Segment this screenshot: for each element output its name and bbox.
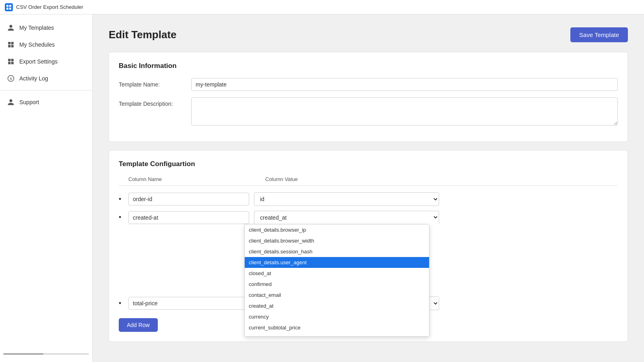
col-value-select-1[interactable]: created_at [254,211,439,224]
person-icon-support [6,98,15,107]
sidebar-divider [0,90,92,90]
dropdown-item-8[interactable]: currency [245,311,429,322]
save-template-button[interactable]: Save Template [570,27,628,42]
col-name-header: Column Name [128,176,265,182]
dropdown-item-10[interactable]: current_subtotal_price_set.shop_money.am… [245,333,429,337]
sidebar-item-my-schedules[interactable]: My Schedules [0,36,92,53]
sidebar-scrollbar[interactable] [3,353,89,355]
page-title: Edit Template [109,29,177,41]
app-icon [5,3,13,11]
svg-text:$: $ [10,77,12,81]
template-config-title: Template Configuartion [119,160,618,168]
sidebar-item-my-templates-label: My Templates [19,25,54,31]
dropdown-item-9[interactable]: current_subtotal_price [245,322,429,333]
main-content: Edit Template Save Template Basic Inform… [93,14,644,362]
bullet-2: • [119,299,124,308]
sidebar-item-activity-log[interactable]: $ Activity Log [0,70,92,87]
col-name-input-0[interactable] [128,193,249,206]
template-name-row: Template Name: [119,78,618,91]
person-icon [6,23,15,32]
basic-info-title: Basic Information [119,62,618,70]
dollar-icon: $ [6,74,15,83]
sidebar-item-activity-log-label: Activity Log [19,75,48,82]
template-description-label: Template Description: [119,97,191,107]
template-name-label: Template Name: [119,78,191,88]
sidebar-item-my-templates[interactable]: My Templates [0,19,92,36]
config-table-header: Column Name Column Value [119,176,618,186]
sidebar-item-support[interactable]: Support [0,94,92,111]
sidebar: My Templates My Schedules Export Setting… [0,14,93,362]
svg-rect-1 [9,5,11,7]
grid-icon-export [6,57,15,66]
sidebar-item-my-schedules-label: My Schedules [19,41,55,48]
col-value-dropdown[interactable]: client_details.browser_ip client_details… [244,224,429,337]
app-title: CSV Order Export Scheduler [16,4,83,10]
basic-info-card: Basic Information Template Name: Templat… [109,52,628,142]
dropdown-item-4[interactable]: closed_at [245,268,429,279]
dropdown-item-5[interactable]: confirmed [245,279,429,290]
template-config-card: Template Configuartion Column Name Colum… [109,150,628,342]
dropdown-item-7[interactable]: created_at [245,300,429,311]
bullet-0: • [119,195,124,204]
col-name-input-1[interactable] [128,211,249,224]
svg-rect-0 [6,5,8,7]
svg-rect-3 [9,8,11,10]
dropdown-item-6[interactable]: contact_email [245,290,429,300]
top-bar: CSV Order Export Scheduler [0,0,644,14]
col-value-header: Column Value [265,176,298,182]
dropdown-item-3[interactable]: client_details.user_agent [245,257,429,268]
sidebar-item-support-label: Support [19,99,39,105]
template-description-row: Template Description: [119,97,618,125]
col-name-input-2[interactable] [128,297,249,310]
template-description-input[interactable] [191,97,618,125]
sidebar-item-export-settings-label: Export Settings [19,58,58,65]
page-header: Edit Template Save Template [109,27,628,42]
bullet-1: • [119,213,124,222]
config-row-0: • id created_at total_price [119,192,618,206]
grid-icon-schedules [6,40,15,49]
config-row-1: • created_at client_details.browser_ip c… [119,211,618,224]
template-name-input[interactable] [191,78,618,91]
sidebar-item-export-settings[interactable]: Export Settings [0,53,92,70]
dropdown-item-1[interactable]: client_details.browser_width [245,235,429,246]
svg-rect-2 [6,8,8,10]
dropdown-item-2[interactable]: client_details.session_hash [245,246,429,257]
dropdown-item-0[interactable]: client_details.browser_ip [245,224,429,235]
add-row-button[interactable]: Add Row [119,318,158,332]
col-value-select-0[interactable]: id created_at total_price [254,192,439,206]
